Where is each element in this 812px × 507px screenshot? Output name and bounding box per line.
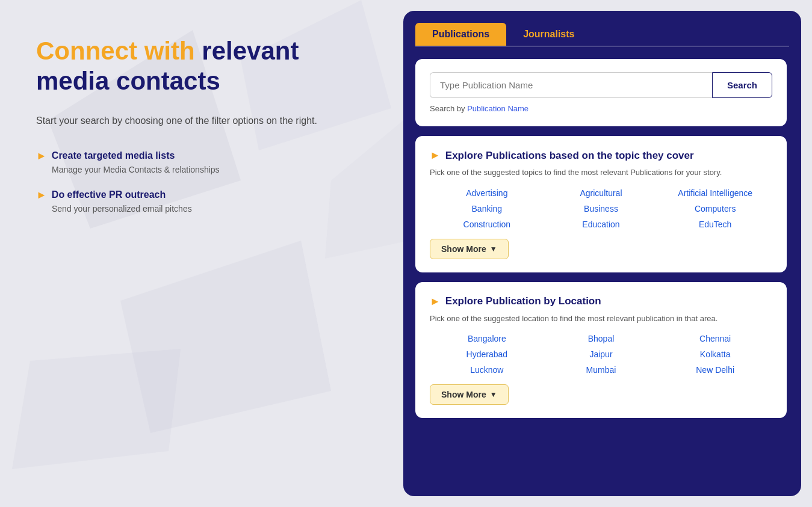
- right-panel: Publications Journalists Search Search b…: [403, 11, 801, 496]
- topic-link[interactable]: EduTech: [658, 220, 772, 229]
- location-link[interactable]: Bangalore: [430, 334, 544, 343]
- location-desc: Pick one of the suggested location to fi…: [430, 313, 772, 325]
- feature-2: ► Do effective PR outreach Send your per…: [36, 189, 373, 214]
- topic-link[interactable]: Artificial Intelligence: [658, 188, 772, 198]
- topics-show-more-button[interactable]: Show More ▼: [430, 239, 509, 259]
- topic-link[interactable]: Education: [544, 220, 659, 229]
- topics-show-more-label: Show More: [441, 244, 486, 254]
- topics-show-more-arrow: ▼: [490, 245, 497, 253]
- location-show-more-arrow: ▼: [490, 390, 497, 399]
- topics-arrow-icon: ►: [430, 149, 441, 162]
- arrow-icon-2: ►: [36, 189, 47, 201]
- topic-link[interactable]: Agricultural: [544, 188, 659, 198]
- feature-1-title: ► Create targeted media lists: [36, 150, 373, 162]
- tab-publications[interactable]: Publications: [415, 23, 506, 46]
- topics-card: ► Explore Publications based on the topi…: [415, 136, 787, 272]
- location-show-more-label: Show More: [441, 390, 486, 399]
- search-input[interactable]: [430, 72, 712, 98]
- search-hint-link[interactable]: Publication Name: [467, 104, 528, 113]
- content-area[interactable]: Search Search by Publication Name ► Expl…: [415, 59, 789, 484]
- search-card: Search Search by Publication Name: [415, 59, 787, 126]
- feature-2-desc: Send your personalized email pitches: [36, 204, 373, 214]
- tab-journalists[interactable]: Journalists: [506, 23, 591, 46]
- tabs: Publications Journalists: [415, 23, 789, 47]
- location-link[interactable]: Kolkatta: [658, 349, 772, 359]
- topics-grid: AdvertisingAgriculturalArtificial Intell…: [430, 188, 772, 229]
- heading-orange: Connect with: [36, 37, 195, 65]
- search-hint: Search by Publication Name: [430, 104, 772, 113]
- location-link[interactable]: Jaipur: [544, 349, 659, 359]
- feature-1-desc: Manage your Media Contacts & relationshi…: [36, 165, 373, 174]
- topic-link[interactable]: Banking: [430, 204, 544, 214]
- subtitle: Start your search by choosing one of the…: [36, 114, 373, 128]
- topic-link[interactable]: Computers: [658, 204, 772, 214]
- location-link[interactable]: New Delhi: [658, 365, 772, 375]
- search-hint-prefix: Search by: [430, 104, 465, 113]
- search-row: Search: [430, 72, 772, 98]
- location-link[interactable]: Chennai: [658, 334, 772, 343]
- location-arrow-icon: ►: [430, 295, 441, 308]
- location-link[interactable]: Mumbai: [544, 365, 659, 375]
- location-link[interactable]: Lucknow: [430, 365, 544, 375]
- location-show-more-button[interactable]: Show More ▼: [430, 384, 509, 405]
- left-panel: Connect with relevant media contacts Sta…: [0, 0, 403, 507]
- topic-link[interactable]: Business: [544, 204, 659, 214]
- main-heading: Connect with relevant media contacts: [36, 36, 373, 97]
- search-button[interactable]: Search: [712, 72, 772, 98]
- topics-heading: ► Explore Publications based on the topi…: [430, 149, 772, 162]
- location-card: ► Explore Publication by Location Pick o…: [415, 282, 787, 419]
- topic-link[interactable]: Construction: [430, 220, 544, 229]
- topics-desc: Pick one of the suggested topics to find…: [430, 167, 772, 179]
- feature-2-title: ► Do effective PR outreach: [36, 189, 373, 201]
- topic-link[interactable]: Advertising: [430, 188, 544, 198]
- location-link[interactable]: Bhopal: [544, 334, 659, 343]
- feature-1: ► Create targeted media lists Manage you…: [36, 150, 373, 174]
- location-link[interactable]: Hyderabad: [430, 349, 544, 359]
- locations-grid: BangaloreBhopalChennaiHyderabadJaipurKol…: [430, 334, 772, 375]
- arrow-icon-1: ►: [36, 150, 47, 162]
- location-heading: ► Explore Publication by Location: [430, 295, 772, 308]
